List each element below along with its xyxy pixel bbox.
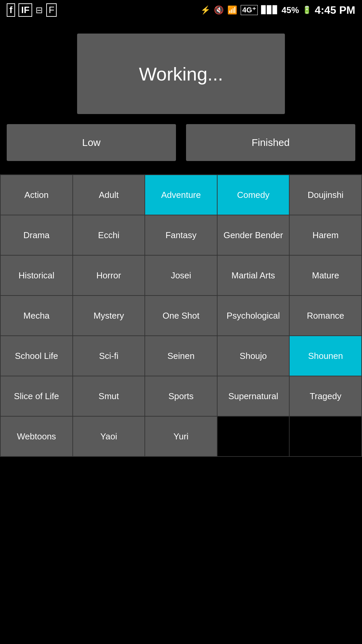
bluetooth-icon: ⚡ [200, 5, 210, 15]
genre-cell-yaoi[interactable]: Yaoi [73, 417, 145, 457]
genre-cell-harem[interactable]: Harem [290, 215, 362, 256]
battery-icon: 🔋 [302, 6, 311, 14]
genre-cell-action[interactable]: Action [1, 175, 73, 215]
f2-icon: F [46, 3, 57, 17]
sliders-icon: ⊟ [36, 5, 43, 15]
genre-cell-shoujo[interactable]: Shoujo [218, 336, 290, 376]
genre-cell-shounen[interactable]: Shounen [290, 336, 362, 376]
genre-cell-tragedy[interactable]: Tragedy [290, 376, 362, 417]
finished-filter-button[interactable]: Finished [186, 124, 355, 161]
genre-cell-doujinshi[interactable]: Doujinshi [290, 175, 362, 215]
genre-cell-empty-34 [290, 417, 362, 457]
genre-cell-ecchi[interactable]: Ecchi [73, 215, 145, 256]
low-filter-button[interactable]: Low [7, 124, 176, 161]
genre-cell-horror[interactable]: Horror [73, 256, 145, 296]
filter-row: Low Finished [0, 124, 362, 161]
network-icon: 4G⁺ [241, 5, 258, 15]
genre-cell-sci-fi[interactable]: Sci-fi [73, 336, 145, 376]
working-label: Working... [139, 63, 223, 85]
status-left-icons: f IF ⊟ F [7, 3, 57, 17]
genre-cell-smut[interactable]: Smut [73, 376, 145, 417]
genre-cell-adventure[interactable]: Adventure [145, 175, 218, 215]
battery-level: 45% [282, 5, 299, 15]
genre-grid: ActionAdultAdventureComedyDoujinshiDrama… [0, 174, 362, 457]
genre-cell-josei[interactable]: Josei [145, 256, 218, 296]
genre-cell-mature[interactable]: Mature [290, 256, 362, 296]
genre-cell-school-life[interactable]: School Life [1, 336, 73, 376]
signal-bars-icon: ▊▊▊ [261, 6, 278, 14]
genre-cell-yuri[interactable]: Yuri [145, 417, 218, 457]
wifi-icon: 📶 [227, 5, 237, 15]
status-bar: f IF ⊟ F ⚡ 🔇 📶 4G⁺ ▊▊▊ 45% 🔋 4:45 PM [0, 0, 362, 20]
genre-cell-martial-arts[interactable]: Martial Arts [218, 256, 290, 296]
genre-cell-sports[interactable]: Sports [145, 376, 218, 417]
genre-cell-mystery[interactable]: Mystery [73, 296, 145, 336]
genre-cell-one-shot[interactable]: One Shot [145, 296, 218, 336]
mute-icon: 🔇 [214, 5, 224, 15]
genre-cell-psychological[interactable]: Psychological [218, 296, 290, 336]
genre-cell-seinen[interactable]: Seinen [145, 336, 218, 376]
genre-cell-historical[interactable]: Historical [1, 256, 73, 296]
facebook-icon: f [7, 3, 15, 17]
working-banner: Working... [77, 34, 285, 114]
genre-cell-slice-of-life[interactable]: Slice of Life [1, 376, 73, 417]
genre-cell-gender-bender[interactable]: Gender Bender [218, 215, 290, 256]
genre-cell-empty-33 [218, 417, 290, 457]
genre-cell-supernatural[interactable]: Supernatural [218, 376, 290, 417]
genre-cell-drama[interactable]: Drama [1, 215, 73, 256]
time-display: 4:45 PM [315, 4, 355, 16]
genre-cell-comedy[interactable]: Comedy [218, 175, 290, 215]
genre-cell-adult[interactable]: Adult [73, 175, 145, 215]
genre-cell-fantasy[interactable]: Fantasy [145, 215, 218, 256]
genre-cell-mecha[interactable]: Mecha [1, 296, 73, 336]
status-right-area: ⚡ 🔇 📶 4G⁺ ▊▊▊ 45% 🔋 4:45 PM [200, 4, 355, 16]
if-icon: IF [18, 3, 32, 17]
genre-cell-romance[interactable]: Romance [290, 296, 362, 336]
genre-cell-webtoons[interactable]: Webtoons [1, 417, 73, 457]
